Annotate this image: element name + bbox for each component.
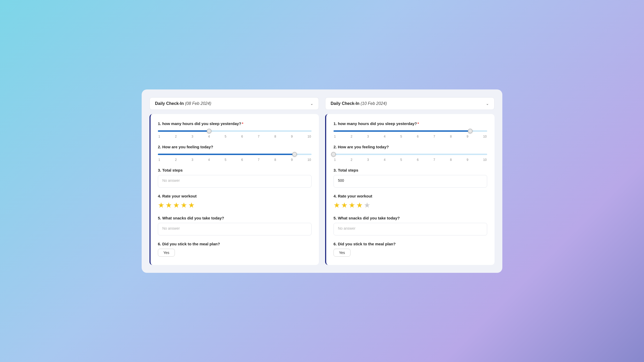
dropdown-right-title: Daily Check-In (10 Feb 2024)	[331, 101, 387, 106]
snacks-right-input[interactable]: No answer	[334, 223, 487, 235]
star-2[interactable]: ★	[165, 201, 172, 210]
question-3-right-label: 3. Total steps	[334, 168, 487, 172]
star-2[interactable]: ★	[341, 201, 348, 210]
question-3-left: 3. Total steps No answer	[158, 168, 312, 188]
slider-labels: 12345 678910	[334, 158, 487, 162]
slider-labels: 12345 678910	[158, 135, 312, 138]
outer-card: Daily Check-In (08 Feb 2024) ⌄ 1. how ma…	[142, 89, 502, 273]
star-1[interactable]: ★	[334, 201, 340, 210]
slider-thumb	[292, 152, 297, 157]
question-6-left-label: 6. Did you stick to the meal plan?	[158, 242, 312, 246]
slider-labels: 12345 678910	[334, 135, 487, 138]
star-5[interactable]: ★	[188, 201, 195, 210]
slider-2-left[interactable]: 12345 678910	[158, 152, 312, 162]
star-4[interactable]: ★	[356, 201, 363, 210]
total-steps-left-input[interactable]: No answer	[158, 175, 312, 188]
total-steps-right-input[interactable]: 500	[334, 175, 487, 188]
question-4-left: 4. Rate your workout ★ ★ ★ ★ ★	[158, 194, 312, 210]
slider-labels: 12345 678910	[158, 158, 312, 162]
slider-1-left[interactable]: 12345 678910	[158, 128, 312, 138]
question-6-left: 6. Did you stick to the meal plan? Yes	[158, 242, 312, 257]
question-4-right: 4. Rate your workout ★ ★ ★ ★ ★	[334, 194, 487, 210]
meal-plan-left-badge: Yes	[158, 249, 175, 257]
slider-2-right[interactable]: 12345 678910	[334, 152, 487, 162]
question-5-right-label: 5. What snacks did you take today?	[334, 216, 487, 220]
question-3-left-label: 3. Total steps	[158, 168, 312, 172]
slider-track-fill	[334, 130, 470, 132]
question-1-left: 1. how many hours did you sleep yesterda…	[158, 121, 312, 138]
dropdown-left[interactable]: Daily Check-In (08 Feb 2024) ⌄	[150, 97, 319, 110]
snacks-left-input[interactable]: No answer	[158, 223, 312, 235]
star-3[interactable]: ★	[349, 201, 355, 210]
dropdown-left-title: Daily Check-In (08 Feb 2024)	[155, 101, 211, 106]
question-1-right-label: 1. how many hours did you sleep yesterda…	[334, 121, 487, 126]
stars-left[interactable]: ★ ★ ★ ★ ★	[158, 201, 312, 210]
card-left: 1. how many hours did you sleep yesterda…	[150, 114, 319, 265]
slider-thumb	[207, 129, 211, 133]
star-3[interactable]: ★	[173, 201, 180, 210]
dropdown-right[interactable]: Daily Check-In (10 Feb 2024) ⌄	[325, 97, 494, 110]
question-1-right: 1. how many hours did you sleep yesterda…	[334, 121, 487, 138]
required-icon: *	[242, 121, 243, 126]
required-icon: *	[417, 121, 419, 126]
question-6-right-label: 6. Did you stick to the meal plan?	[334, 242, 487, 246]
chevron-down-icon: ⌄	[486, 101, 489, 106]
question-5-right: 5. What snacks did you take today? No an…	[334, 216, 487, 235]
question-1-left-label: 1. how many hours did you sleep yesterda…	[158, 121, 312, 126]
star-4[interactable]: ★	[181, 201, 187, 210]
slider-track-fill	[158, 154, 295, 155]
question-2-right-label: 2. How are you feeling today?	[334, 145, 487, 149]
slider-1-right[interactable]: 12345 678910	[334, 128, 487, 138]
question-5-left-label: 5. What snacks did you take today?	[158, 216, 312, 220]
question-5-left: 5. What snacks did you take today? No an…	[158, 216, 312, 235]
star-1[interactable]: ★	[158, 201, 164, 210]
star-5[interactable]: ★	[364, 201, 370, 210]
stars-right[interactable]: ★ ★ ★ ★ ★	[334, 201, 487, 210]
slider-track-bg	[334, 154, 487, 155]
meal-plan-right-badge: Yes	[334, 249, 350, 257]
slider-track-fill	[158, 130, 209, 132]
chevron-down-icon: ⌄	[310, 101, 313, 106]
question-4-left-label: 4. Rate your workout	[158, 194, 312, 198]
question-2-left: 2. How are you feeling today? 12345 6789…	[158, 145, 312, 162]
slider-thumb	[468, 129, 473, 133]
question-6-right: 6. Did you stick to the meal plan? Yes	[334, 242, 487, 257]
slider-thumb	[331, 152, 336, 157]
question-4-right-label: 4. Rate your workout	[334, 194, 487, 198]
card-right: 1. how many hours did you sleep yesterda…	[325, 114, 494, 265]
question-2-left-label: 2. How are you feeling today?	[158, 145, 312, 149]
question-2-right: 2. How are you feeling today? 12345 6789…	[334, 145, 487, 162]
column-right: Daily Check-In (10 Feb 2024) ⌄ 1. how ma…	[325, 97, 494, 265]
column-left: Daily Check-In (08 Feb 2024) ⌄ 1. how ma…	[150, 97, 319, 265]
question-3-right: 3. Total steps 500	[334, 168, 487, 188]
